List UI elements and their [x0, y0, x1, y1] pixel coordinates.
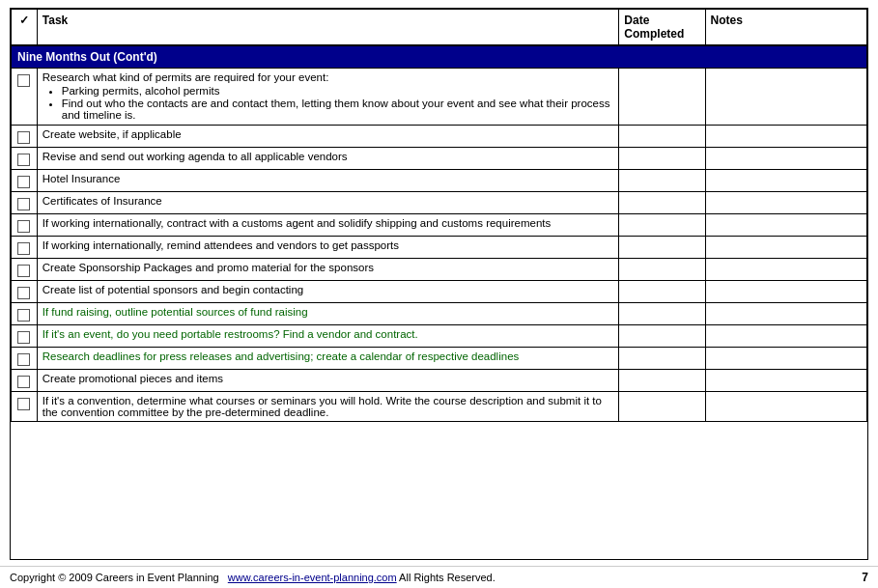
task-text: If it's an event, do you need portable r…: [42, 328, 418, 340]
checkbox-icon[interactable]: [17, 154, 30, 166]
task-text: Create website, if applicable: [42, 128, 182, 140]
notes-cell: [705, 325, 866, 348]
task-text: If working internationally, remind atten…: [42, 239, 399, 251]
checklist-table: ✓ Task Date Completed Notes Nine Months …: [11, 9, 867, 422]
checkbox-icon[interactable]: [17, 242, 30, 255]
checkbox-cell[interactable]: [12, 237, 38, 259]
task-cell: If fund raising, outline potential sourc…: [37, 303, 619, 325]
task-text: If it's a convention, determine what cou…: [42, 395, 602, 418]
checkbox-icon[interactable]: [17, 131, 30, 144]
checkbox-icon[interactable]: [17, 398, 30, 410]
notes-cell: [705, 192, 866, 214]
task-text: Create promotional pieces and items: [42, 373, 223, 384]
notes-cell: [705, 126, 866, 148]
task-text: Revise and send out working agenda to al…: [42, 151, 348, 162]
checkbox-cell[interactable]: [12, 303, 38, 325]
bullet-list: Parking permits, alcohol permits Find ou…: [62, 85, 614, 121]
section-title: Nine Months Out (Cont'd): [12, 45, 867, 69]
notes-cell: [705, 214, 866, 237]
date-cell: [619, 392, 705, 422]
notes-cell: [705, 392, 866, 422]
checkbox-icon[interactable]: [17, 353, 30, 366]
task-cell: If it's an event, do you need portable r…: [37, 325, 619, 348]
checkbox-icon[interactable]: [17, 198, 30, 210]
table-row: Create list of potential sponsors and be…: [12, 281, 867, 303]
date-cell: [619, 281, 705, 303]
checkbox-icon[interactable]: [17, 220, 30, 233]
header-notes: Notes: [705, 10, 866, 46]
date-cell: [619, 170, 705, 192]
task-cell: Research deadlines for press releases an…: [37, 348, 619, 370]
checkbox-cell[interactable]: [12, 126, 38, 148]
task-cell: Create list of potential sponsors and be…: [37, 281, 619, 303]
date-cell: [619, 69, 705, 126]
checkbox-cell[interactable]: [12, 148, 38, 170]
checkbox-cell[interactable]: [12, 214, 38, 237]
footer-page-number: 7: [849, 571, 868, 584]
date-cell: [619, 259, 705, 281]
table-row: If fund raising, outline potential sourc…: [12, 303, 867, 325]
task-cell: If working internationally, remind atten…: [37, 237, 619, 259]
checkbox-icon[interactable]: [17, 265, 30, 277]
checkbox-cell[interactable]: [12, 281, 38, 303]
date-cell: [619, 126, 705, 148]
page: ✓ Task Date Completed Notes Nine Months …: [0, 0, 878, 588]
task-text: Hotel Insurance: [42, 173, 121, 184]
checkbox-cell[interactable]: [12, 348, 38, 370]
table-row: Create promotional pieces and items: [12, 370, 867, 392]
notes-cell: [705, 259, 866, 281]
task-cell: Create Sponsorship Packages and promo ma…: [37, 259, 619, 281]
notes-cell: [705, 281, 866, 303]
checkbox-cell[interactable]: [12, 192, 38, 214]
table-row: If working internationally, remind atten…: [12, 237, 867, 259]
notes-cell: [705, 170, 866, 192]
task-cell: Research what kind of permits are requir…: [37, 69, 619, 126]
checkbox-icon[interactable]: [17, 309, 30, 322]
checkbox-cell[interactable]: [12, 170, 38, 192]
notes-cell: [705, 148, 866, 170]
notes-cell: [705, 237, 866, 259]
footer-copyright: Copyright © 2009 Careers in Event Planni…: [10, 572, 496, 583]
checklist-table-wrapper: ✓ Task Date Completed Notes Nine Months …: [10, 8, 868, 560]
checkbox-cell[interactable]: [12, 325, 38, 348]
task-cell: If working internationally, contract wit…: [37, 214, 619, 237]
task-cell: Certificates of Insurance: [37, 192, 619, 214]
checkbox-icon[interactable]: [17, 331, 30, 344]
task-text: Create list of potential sponsors and be…: [42, 284, 303, 295]
task-cell: Create website, if applicable: [37, 126, 619, 148]
table-header-row: ✓ Task Date Completed Notes: [12, 10, 867, 46]
date-cell: [619, 370, 705, 392]
table-row: Certificates of Insurance: [12, 192, 867, 214]
checkbox-cell[interactable]: [12, 259, 38, 281]
date-cell: [619, 214, 705, 237]
date-cell: [619, 237, 705, 259]
checkbox-icon[interactable]: [17, 376, 30, 388]
task-cell: Hotel Insurance: [37, 170, 619, 192]
table-row: Research what kind of permits are requir…: [12, 69, 867, 126]
checkbox-icon[interactable]: [17, 287, 30, 299]
list-item: Find out who the contacts are and contac…: [62, 98, 614, 121]
checkbox-icon[interactable]: [17, 74, 30, 87]
notes-cell: [705, 348, 866, 370]
table-row: Research deadlines for press releases an…: [12, 348, 867, 370]
footer: Copyright © 2009 Careers in Event Planni…: [0, 566, 878, 588]
checkbox-cell[interactable]: [12, 392, 38, 422]
table-row: Hotel Insurance: [12, 170, 867, 192]
notes-cell: [705, 370, 866, 392]
task-text: Research what kind of permits are requir…: [42, 71, 329, 83]
date-cell: [619, 325, 705, 348]
task-text: Research deadlines for press releases an…: [42, 350, 520, 362]
section-header-row: Nine Months Out (Cont'd): [12, 45, 867, 69]
checkbox-cell[interactable]: [12, 370, 38, 392]
header-check: ✓: [12, 10, 38, 46]
header-date: Date Completed: [619, 10, 705, 46]
task-text: Create Sponsorship Packages and promo ma…: [42, 262, 374, 273]
checkbox-cell[interactable]: [12, 69, 38, 126]
footer-link[interactable]: www.careers-in-event-planning.com: [228, 572, 397, 583]
task-text: If fund raising, outline potential sourc…: [42, 306, 308, 318]
checkbox-icon[interactable]: [17, 176, 30, 188]
date-cell: [619, 348, 705, 370]
table-row: If it's an event, do you need portable r…: [12, 325, 867, 348]
task-text: Certificates of Insurance: [42, 195, 162, 207]
table-row: If working internationally, contract wit…: [12, 214, 867, 237]
